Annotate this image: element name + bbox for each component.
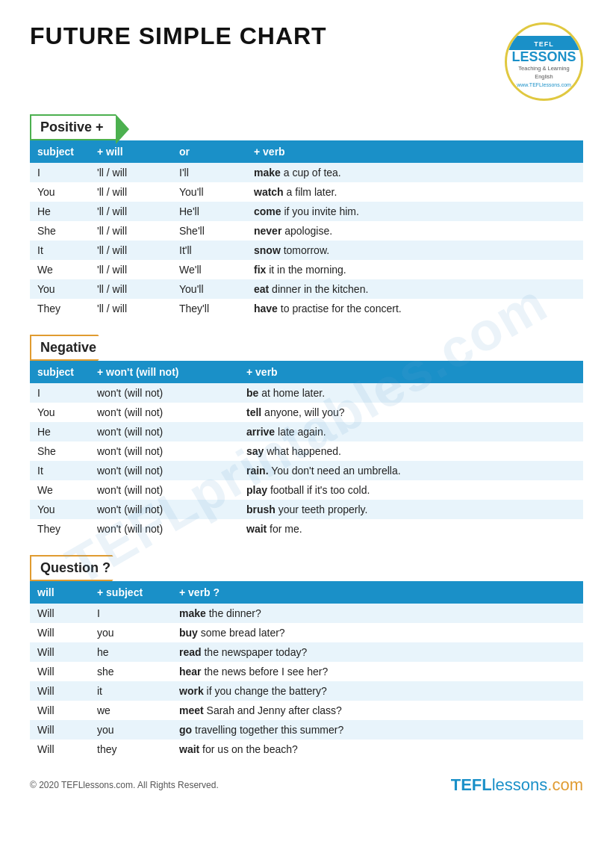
negative-cell-subject: I [30, 383, 90, 403]
negative-cell-subject: She [30, 441, 90, 461]
logo-sub1: Teaching & Learning English [507, 63, 581, 82]
question-header-verb: + verb ? [172, 581, 583, 604]
negative-row-0: I won't (will not) be at home later. [30, 383, 583, 403]
positive-cell-verb: come if you invite him. [246, 202, 583, 221]
question-row-0: Will I make the dinner? [30, 604, 583, 623]
positive-cell-or: They'll [172, 299, 246, 318]
question-cell-will: Will [30, 604, 90, 623]
logo: TEFL LESSONS Teaching & Learning English… [505, 22, 583, 101]
negative-cell-subject: You [30, 500, 90, 519]
question-row-3: Will she hear the news before I see her? [30, 662, 583, 681]
negative-cell-subject: He [30, 422, 90, 441]
positive-cell-will: 'll / will [90, 202, 172, 221]
negative-cell-wont: won't (will not) [90, 461, 239, 480]
question-row-6: Will you go travelling together this sum… [30, 720, 583, 740]
question-cell-subject: it [90, 681, 172, 701]
positive-cell-or: It'll [172, 241, 246, 260]
negative-cell-wont: won't (will not) [90, 500, 239, 519]
positive-cell-will: 'll / will [90, 279, 172, 299]
positive-cell-subject: You [30, 182, 90, 202]
footer-copyright: © 2020 TEFLlessons.com. All Rights Reser… [30, 780, 219, 790]
positive-cell-will: 'll / will [90, 241, 172, 260]
positive-cell-will: 'll / will [90, 163, 172, 182]
negative-row-2: He won't (will not) arrive late again. [30, 422, 583, 441]
positive-cell-subject: We [30, 260, 90, 279]
positive-cell-verb: fix it in the morning. [246, 260, 583, 279]
logo-top: TEFL [507, 36, 581, 50]
negative-label: Negative [30, 335, 108, 361]
positive-cell-verb: snow tomorrow. [246, 241, 583, 260]
positive-cell-verb: eat dinner in the kitchen. [246, 279, 583, 299]
question-cell-verb: hear the news before I see her? [172, 662, 583, 681]
question-header-subject: + subject [90, 581, 172, 604]
negative-cell-verb: wait for me. [239, 519, 583, 539]
positive-row-7: They 'll / will They'll have to practise… [30, 299, 583, 318]
positive-cell-or: You'll [172, 279, 246, 299]
positive-cell-subject: I [30, 163, 90, 182]
positive-section: Positive + subject + will or + verb I 'l… [30, 114, 583, 318]
positive-row-4: It 'll / will It'll snow tomorrow. [30, 241, 583, 260]
negative-row-5: We won't (will not) play football if it'… [30, 480, 583, 500]
negative-cell-wont: won't (will not) [90, 403, 239, 422]
positive-cell-subject: She [30, 221, 90, 241]
question-row-1: Will you buy some bread later? [30, 623, 583, 642]
negative-cell-wont: won't (will not) [90, 441, 239, 461]
question-header-row: will + subject + verb ? [30, 581, 583, 604]
question-cell-verb: wait for us on the beach? [172, 740, 583, 759]
question-cell-subject: you [90, 623, 172, 642]
negative-header-verb: + verb [239, 361, 583, 383]
negative-cell-verb: tell anyone, will you? [239, 403, 583, 422]
positive-row-5: We 'll / will We'll fix it in the mornin… [30, 260, 583, 279]
positive-header-subject: subject [30, 140, 90, 163]
negative-cell-subject: We [30, 480, 90, 500]
negative-cell-verb: be at home later. [239, 383, 583, 403]
positive-header-row: subject + will or + verb [30, 140, 583, 163]
negative-cell-verb: brush your teeth properly. [239, 500, 583, 519]
question-section: Question ? will + subject + verb ? Will … [30, 555, 583, 759]
question-cell-verb: work if you change the battery? [172, 681, 583, 701]
question-cell-will: Will [30, 681, 90, 701]
question-cell-subject: she [90, 662, 172, 681]
question-table: will + subject + verb ? Will I make the … [30, 581, 583, 759]
negative-cell-subject: You [30, 403, 90, 422]
negative-cell-wont: won't (will not) [90, 480, 239, 500]
question-cell-will: Will [30, 701, 90, 720]
question-cell-verb: read the newspaper today? [172, 642, 583, 662]
question-cell-will: Will [30, 623, 90, 642]
negative-cell-verb: play football if it's too cold. [239, 480, 583, 500]
positive-header-verb: + verb [246, 140, 583, 163]
footer-logo: TEFLlessons.com [451, 775, 583, 795]
negative-row-1: You won't (will not) tell anyone, will y… [30, 403, 583, 422]
positive-cell-or: He'll [172, 202, 246, 221]
negative-section: Negative subject + won't (will not) + ve… [30, 335, 583, 539]
positive-cell-will: 'll / will [90, 221, 172, 241]
positive-cell-verb: have to practise for the concert. [246, 299, 583, 318]
footer: © 2020 TEFLlessons.com. All Rights Reser… [30, 775, 583, 795]
negative-table: subject + won't (will not) + verb I won'… [30, 361, 583, 539]
question-cell-verb: buy some bread later? [172, 623, 583, 642]
question-cell-subject: we [90, 701, 172, 720]
logo-tefl: LESSONS [511, 50, 576, 63]
negative-cell-wont: won't (will not) [90, 519, 239, 539]
positive-cell-will: 'll / will [90, 299, 172, 318]
positive-header-will: + will [90, 140, 172, 163]
question-row-2: Will he read the newspaper today? [30, 642, 583, 662]
negative-row-6: You won't (will not) brush your teeth pr… [30, 500, 583, 519]
positive-row-2: He 'll / will He'll come if you invite h… [30, 202, 583, 221]
positive-cell-or: We'll [172, 260, 246, 279]
negative-cell-wont: won't (will not) [90, 383, 239, 403]
question-cell-will: Will [30, 642, 90, 662]
question-label: Question ? [30, 555, 122, 581]
positive-cell-subject: You [30, 279, 90, 299]
positive-header-or: or [172, 140, 246, 163]
positive-row-6: You 'll / will You'll eat dinner in the … [30, 279, 583, 299]
negative-cell-subject: They [30, 519, 90, 539]
footer-logo-dotcom: .com [547, 775, 583, 794]
negative-row-3: She won't (will not) say what happened. [30, 441, 583, 461]
question-cell-will: Will [30, 662, 90, 681]
positive-cell-subject: They [30, 299, 90, 318]
footer-logo-tefl: TEFL [451, 775, 492, 794]
footer-logo-lessons: lessons [492, 775, 548, 794]
negative-header-wont: + won't (will not) [90, 361, 239, 383]
negative-header-row: subject + won't (will not) + verb [30, 361, 583, 383]
